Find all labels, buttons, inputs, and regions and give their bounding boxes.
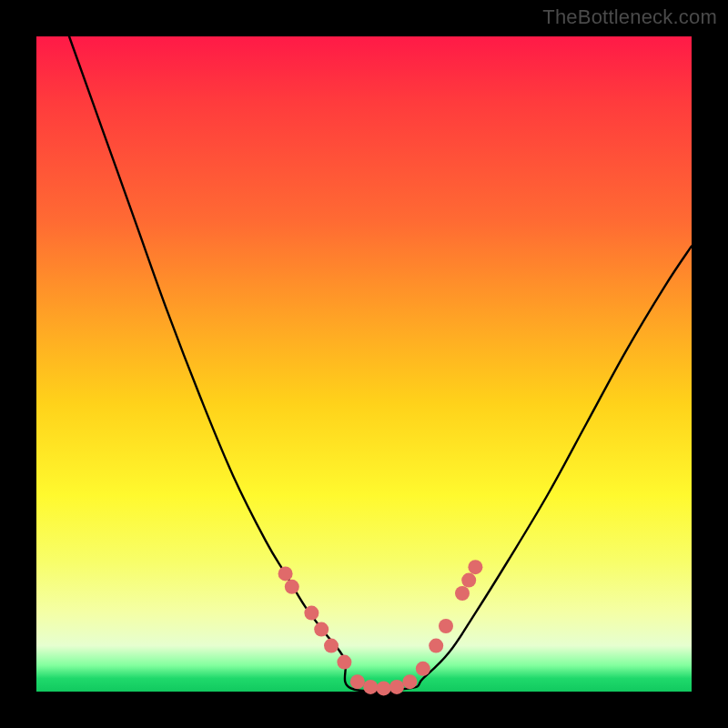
- chart-frame: TheBottleneck.com: [0, 0, 728, 728]
- watermark-text: TheBottleneck.com: [542, 5, 717, 29]
- data-point: [314, 622, 329, 637]
- data-point: [350, 674, 365, 689]
- data-point-markers: [36, 36, 692, 692]
- data-point: [461, 573, 476, 588]
- data-point: [377, 681, 391, 695]
- data-point: [389, 680, 404, 694]
- data-point: [416, 662, 430, 676]
- data-point: [304, 606, 318, 621]
- data-point: [278, 566, 293, 581]
- data-point: [439, 619, 453, 633]
- data-point: [363, 680, 378, 694]
- data-point: [337, 655, 351, 670]
- plot-area: [36, 36, 692, 692]
- data-point: [324, 639, 339, 653]
- data-point: [455, 586, 470, 601]
- data-point: [429, 639, 443, 653]
- data-point: [402, 674, 417, 689]
- data-point: [285, 580, 299, 594]
- data-point: [468, 560, 482, 574]
